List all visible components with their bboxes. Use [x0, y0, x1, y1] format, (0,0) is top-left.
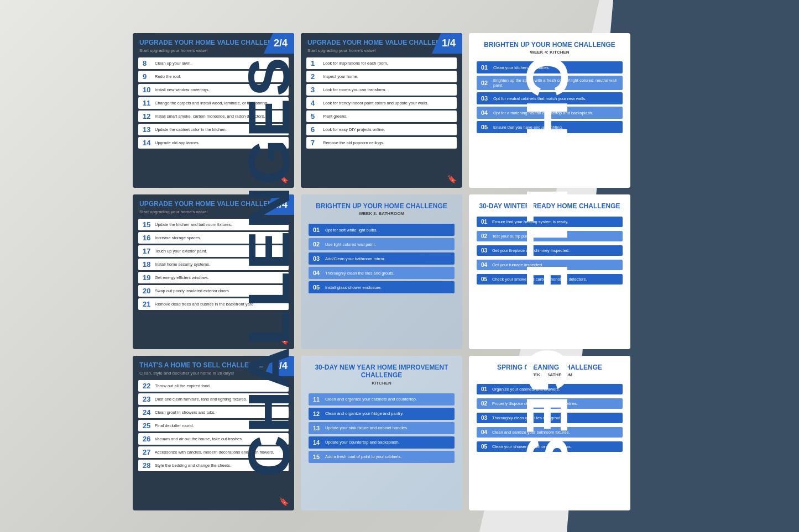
card2-list: 1 Look for inspirations for each room. 2… — [301, 55, 462, 152]
card3-subtitle: WEEK 4: KITCHEN — [476, 50, 624, 55]
list-item: 03 Add/Clean your bathroom mirror. — [309, 252, 455, 265]
card3-header: BRIGHTEN UP YOUR HOME CHALLENGE WEEK 4: … — [469, 33, 630, 58]
list-item: 15 Add a fresh coat of paint to your cab… — [309, 451, 455, 463]
list-item: 1 Look for inspirations for each room. — [306, 57, 457, 69]
list-item: 14 Update your countertop and backsplash… — [309, 436, 455, 449]
card1-badge: 2/4 — [264, 33, 294, 54]
list-item: 04 Thoroughly clean the tiles and grouts… — [309, 267, 455, 279]
card5-header: BRIGHTEN UP YOUR HOME CHALLENGE WEEK 3: … — [301, 194, 462, 219]
card8-title: 30-DAY NEW YEAR HOME IMPROVEMENT CHALLEN… — [307, 364, 456, 380]
card5-title: BRIGHTEN UP YOUR HOME CHALLENGE — [307, 202, 456, 210]
card-new-year-kitchen: 30-DAY NEW YEAR HOME IMPROVEMENT CHALLEN… — [301, 356, 462, 510]
bookmark-icon: 🔖 — [279, 497, 289, 506]
card8-subtitle: KITCHEN — [307, 381, 456, 386]
card5-list: 01 Opt for soft white light bulbs. 02 Us… — [301, 219, 462, 300]
list-item: 2 Inspect your home. — [306, 71, 457, 82]
bookmark-icon: 🔖 — [447, 175, 457, 183]
list-item: 4 Look for trendy indoor paint colors an… — [306, 97, 457, 109]
challenges-right-text: CHALLENGES — [513, 55, 579, 477]
list-item: 5 Plant greens. — [306, 110, 457, 122]
card8-list: 11 Clean and organize your cabinets and … — [301, 389, 462, 470]
card-upgrade-1-4: UPGRADE YOUR HOME VALUE CHALLENGE 1/4 St… — [301, 33, 462, 188]
list-item: 02 Use light-colored wall paint. — [309, 238, 455, 250]
card5-subtitle: WEEK 3: BATHROOM — [307, 211, 456, 216]
card2-title: UPGRADE YOUR HOME VALUE CHALLENGE — [307, 39, 456, 46]
card1-title: UPGRADE YOUR HOME VALUE CHALLENGE — [139, 39, 288, 46]
list-item: 3 Look for rooms you can transform. — [306, 84, 457, 96]
card2-badge: 1/4 — [432, 33, 462, 54]
challenges-left-text: CHALLENGES — [236, 55, 302, 477]
list-item: 12 Clean and organize your fridge and pa… — [309, 408, 455, 420]
list-item: 13 Update your sink fixture and cabinet … — [309, 422, 455, 434]
list-item: 01 Opt for soft white light bulbs. — [309, 224, 455, 236]
list-item: 05 Install glass shower enclosure. — [309, 281, 455, 293]
list-item: 6 Look for easy DIY projects online. — [306, 124, 457, 135]
list-item: 11 Clean and organize your cabinets and … — [309, 393, 455, 405]
card8-header: 30-DAY NEW YEAR HOME IMPROVEMENT CHALLEN… — [301, 356, 462, 389]
list-item: 7 Remove the old popcorn ceilings. — [306, 137, 457, 149]
card-brighten-bathroom: BRIGHTEN UP YOUR HOME CHALLENGE WEEK 3: … — [301, 194, 462, 349]
card3-title: BRIGHTEN UP YOUR HOME CHALLENGE — [476, 41, 624, 49]
